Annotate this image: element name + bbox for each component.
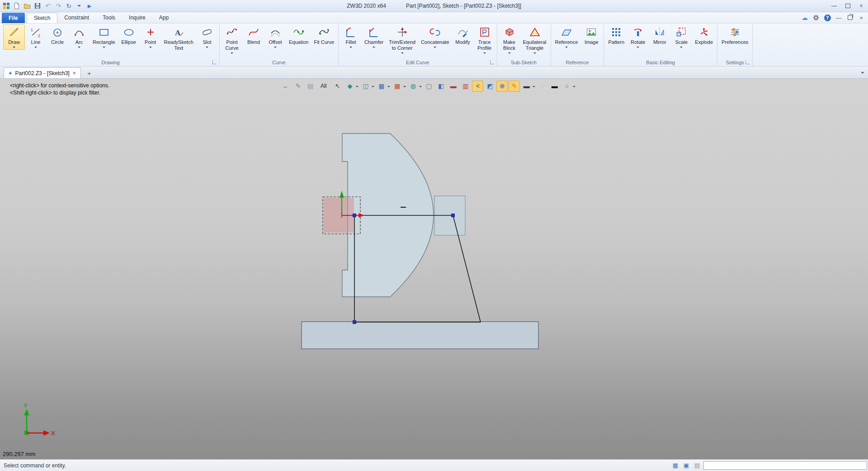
sketch-line-diagonal[interactable] bbox=[453, 215, 481, 322]
tab-app[interactable]: App bbox=[152, 12, 175, 23]
ribbon-button-offset[interactable]: Offset bbox=[264, 24, 286, 50]
dropdown-caret-icon[interactable] bbox=[231, 52, 233, 55]
sketch-trace-icon[interactable]: ✎ bbox=[509, 81, 520, 92]
dropdown-caret-icon[interactable] bbox=[403, 86, 406, 89]
erase-icon[interactable]: ✎ bbox=[292, 81, 304, 92]
redo-icon[interactable]: ↷ bbox=[54, 2, 62, 10]
close-button[interactable]: × bbox=[854, 1, 868, 11]
ribbon-button-image[interactable]: Image bbox=[580, 24, 602, 46]
tab-close-icon[interactable]: × bbox=[73, 70, 76, 76]
ribbon-button-mirror[interactable]: Mirror bbox=[649, 24, 670, 46]
dropdown-caret-icon[interactable] bbox=[573, 86, 576, 89]
help-icon[interactable]: ? bbox=[822, 13, 832, 22]
dropdown-caret-icon[interactable] bbox=[78, 47, 80, 49]
ribbon-button-point-curve[interactable]: Point Curve bbox=[221, 24, 243, 56]
open-file-icon[interactable] bbox=[23, 2, 31, 10]
pick-arrow-icon[interactable]: ↖ bbox=[332, 81, 343, 92]
ribbon-button-arc[interactable]: Arc bbox=[68, 24, 90, 50]
dropdown-caret-icon[interactable] bbox=[533, 86, 535, 89]
ribbon-button-rectangle[interactable]: Rectangle bbox=[90, 24, 118, 50]
exit-sketch-icon[interactable]: ← bbox=[280, 81, 292, 92]
gear-icon[interactable] bbox=[811, 13, 821, 22]
dropdown-caret-icon[interactable] bbox=[103, 47, 105, 49]
ribbon-button-ellipse[interactable]: Ellipse bbox=[118, 24, 140, 46]
ribbon-button-pattern[interactable]: Pattern bbox=[605, 24, 627, 46]
dialog-launcher-icon[interactable] bbox=[490, 60, 494, 64]
dropdown-caret-icon[interactable] bbox=[401, 52, 404, 55]
document-tab[interactable]: +Part002.Z3 - [Sketch3]× bbox=[4, 67, 81, 78]
settings-mini-icon[interactable]: ▤ bbox=[305, 81, 316, 92]
dropdown-caret-icon[interactable] bbox=[206, 47, 208, 49]
inactive-snap-icon[interactable]: ◌ bbox=[537, 81, 548, 92]
sketch-point[interactable] bbox=[452, 214, 455, 217]
minimize-button[interactable]: — bbox=[827, 1, 841, 11]
dropdown-caret-icon[interactable] bbox=[34, 47, 37, 49]
color-bars-icon[interactable]: ▥ bbox=[460, 81, 471, 92]
ribbon-button-readysketch-text[interactable]: AReadySketch Text bbox=[161, 24, 196, 52]
save-icon[interactable] bbox=[33, 2, 42, 10]
tab-sketch[interactable]: Sketch bbox=[27, 13, 58, 23]
dialog-launcher-icon[interactable] bbox=[745, 60, 750, 64]
ribbon-button-fillet[interactable]: Fillet bbox=[340, 24, 362, 50]
ribbon-button-concatenate[interactable]: Concatenate bbox=[418, 24, 452, 50]
pattern-display-icon[interactable]: ▦ bbox=[392, 81, 403, 92]
dropdown-caret-icon[interactable] bbox=[373, 47, 375, 49]
panel-input-icon[interactable]: ▤ bbox=[693, 461, 702, 470]
shade-display-icon[interactable]: ◍ bbox=[407, 81, 419, 92]
dropdown-caret-icon[interactable] bbox=[434, 47, 436, 49]
ribbon-button-trace-profile[interactable]: Trace Profile bbox=[474, 24, 495, 56]
ribbon-button-rotate[interactable]: Rotate bbox=[627, 24, 649, 50]
ribbon-button-fit-curve[interactable]: Fit Curve bbox=[311, 24, 337, 46]
viewport[interactable]: Y X <right-click> for context-sensitive … bbox=[0, 79, 868, 459]
panel-grid-icon[interactable]: ▦ bbox=[671, 461, 680, 470]
sketch-point[interactable] bbox=[353, 214, 356, 217]
pick-filter-dropdown[interactable]: All bbox=[321, 83, 326, 89]
sketch-point[interactable] bbox=[353, 321, 356, 324]
curve-display-icon[interactable]: ○ bbox=[561, 81, 572, 92]
ribbon-button-chamfer[interactable]: Chamfer bbox=[362, 24, 386, 50]
ribbon-button-line[interactable]: 12Line bbox=[25, 24, 47, 50]
filter-shapes-icon[interactable]: ◆ bbox=[344, 81, 355, 92]
ribbon-button-blend[interactable]: Blend bbox=[243, 24, 264, 46]
ribbon-button-modify[interactable]: Modify bbox=[452, 24, 474, 46]
angle-constraint-icon[interactable]: < bbox=[472, 81, 483, 92]
panel-display-icon[interactable]: ▣ bbox=[682, 461, 691, 470]
tab-tools[interactable]: Tools bbox=[96, 12, 122, 23]
tab-inquire[interactable]: Inquire bbox=[122, 12, 152, 23]
ribbon-button-reference[interactable]: Reference bbox=[552, 24, 581, 50]
restore-icon[interactable] bbox=[845, 13, 855, 22]
ribbon-button-make-block[interactable]: Make Block bbox=[499, 24, 520, 56]
window-display-icon[interactable]: ▢ bbox=[423, 81, 434, 92]
ribbon-button-equilateral-triangle[interactable]: Equilateral Triangle bbox=[520, 24, 549, 56]
ribbon-button-slot[interactable]: Slot bbox=[196, 24, 218, 50]
dropdown-caret-icon[interactable] bbox=[483, 52, 486, 55]
dropdown-caret-icon[interactable] bbox=[349, 47, 352, 49]
dropdown-caret-icon[interactable] bbox=[680, 47, 683, 49]
tab-constraint[interactable]: Constraint bbox=[57, 12, 96, 23]
tab-list-chevron-icon[interactable] bbox=[861, 72, 864, 76]
section-view-icon[interactable]: ◧ bbox=[435, 81, 447, 92]
dropdown-caret-icon[interactable] bbox=[419, 86, 422, 89]
auto-constraint-icon[interactable]: ⊕ bbox=[496, 81, 508, 92]
command-input[interactable] bbox=[703, 461, 867, 470]
dropdown-caret-icon[interactable] bbox=[372, 86, 374, 89]
ribbon-button-circle[interactable]: Circle bbox=[47, 24, 68, 46]
undo-icon[interactable]: ↶ bbox=[44, 2, 52, 10]
grid-display-icon[interactable]: ▦ bbox=[376, 81, 387, 92]
maximize-button[interactable] bbox=[841, 1, 854, 11]
dropdown-caret-icon[interactable] bbox=[565, 47, 568, 49]
line-width-icon[interactable]: ▬ bbox=[549, 81, 560, 92]
close-icon[interactable]: × bbox=[856, 13, 866, 22]
dropdown-caret-icon[interactable] bbox=[508, 52, 511, 55]
tab-file[interactable]: File bbox=[2, 13, 25, 23]
play-icon[interactable]: ▶ bbox=[85, 2, 94, 10]
dropdown-caret-icon[interactable] bbox=[533, 52, 536, 55]
dropdown-caret-icon[interactable] bbox=[13, 47, 15, 49]
ribbon-button-scale[interactable]: Scale bbox=[670, 24, 692, 50]
dropdown-caret-icon[interactable] bbox=[149, 47, 152, 49]
new-file-icon[interactable] bbox=[13, 2, 21, 10]
display-mode-icon[interactable]: ▬ bbox=[521, 81, 532, 92]
plane-display-icon[interactable]: ◩ bbox=[484, 81, 495, 92]
ribbon-button-equation[interactable]: Equation bbox=[286, 24, 311, 46]
quick-access-dropdown-icon[interactable] bbox=[75, 2, 83, 10]
